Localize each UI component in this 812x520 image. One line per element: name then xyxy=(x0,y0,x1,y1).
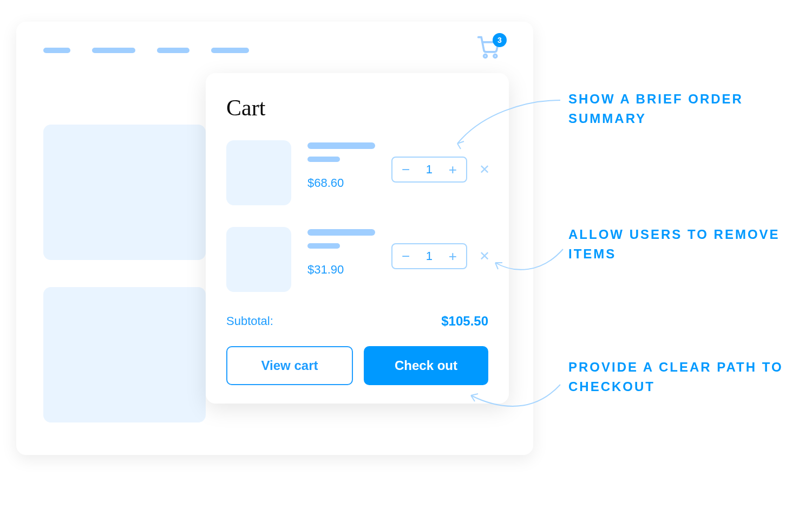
checkout-button[interactable]: Check out xyxy=(364,346,488,385)
cart-icon-button[interactable]: 3 xyxy=(476,35,503,62)
cart-item: $31.90 − 1 + ✕ xyxy=(226,227,488,292)
remove-item-button[interactable]: ✕ xyxy=(477,161,492,178)
cart-title: Cart xyxy=(226,95,488,121)
subtotal-value: $105.50 xyxy=(441,314,488,329)
qty-increment-button[interactable]: + xyxy=(443,158,462,181)
nav-item-placeholder xyxy=(157,48,189,53)
remove-item-button[interactable]: ✕ xyxy=(477,248,492,265)
qty-decrement-button[interactable]: − xyxy=(396,244,416,268)
item-info: $31.90 xyxy=(307,227,375,277)
item-thumbnail xyxy=(226,140,291,205)
svg-point-1 xyxy=(494,55,497,58)
item-thumbnail xyxy=(226,227,291,292)
svg-point-0 xyxy=(484,55,487,58)
quantity-stepper[interactable]: − 1 + xyxy=(391,157,467,183)
item-price: $31.90 xyxy=(307,263,375,277)
item-title-placeholder xyxy=(307,229,375,236)
content-placeholder xyxy=(43,125,206,260)
cart-item: $68.60 − 1 + ✕ xyxy=(226,140,488,205)
cart-panel: Cart $68.60 − 1 + ✕ $31.90 xyxy=(206,73,509,404)
subtotal-row: Subtotal: $105.50 xyxy=(226,314,488,329)
quantity-stepper[interactable]: − 1 + xyxy=(391,243,467,269)
nav-placeholder xyxy=(43,48,249,53)
qty-value: 1 xyxy=(423,162,436,177)
subtotal-label: Subtotal: xyxy=(226,314,273,328)
annotation-remove-items: Allow users to remove items xyxy=(568,225,796,264)
qty-increment-button[interactable]: + xyxy=(443,244,462,268)
nav-item-placeholder xyxy=(211,48,249,53)
close-icon: ✕ xyxy=(479,162,490,177)
nav-item-placeholder xyxy=(92,48,135,53)
item-info: $68.60 xyxy=(307,140,375,190)
annotation-checkout-path: Provide a clear path to checkout xyxy=(568,358,796,396)
item-title-placeholder xyxy=(307,142,375,149)
view-cart-button[interactable]: View cart xyxy=(226,346,353,385)
cart-badge: 3 xyxy=(493,33,507,47)
close-icon: ✕ xyxy=(479,249,490,263)
item-subtitle-placeholder xyxy=(307,243,340,249)
content-placeholder xyxy=(43,287,206,422)
nav-item-placeholder xyxy=(43,48,70,53)
item-subtitle-placeholder xyxy=(307,157,340,162)
qty-value: 1 xyxy=(423,249,436,263)
item-price: $68.60 xyxy=(307,176,375,190)
annotation-order-summary: Show a brief order summary xyxy=(568,89,796,128)
qty-decrement-button[interactable]: − xyxy=(396,158,416,181)
